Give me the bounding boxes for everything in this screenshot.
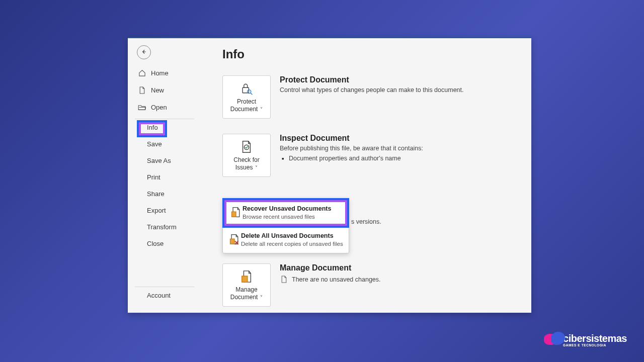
section-title: Manage Document [280, 263, 381, 273]
menu-subtitle: Browse recent unsaved files [243, 213, 331, 221]
sidebar-item-close[interactable]: Close [128, 235, 210, 252]
sidebar-item-label: Save As [147, 157, 171, 164]
menu-item-recover-unsaved[interactable]: Recover Unsaved Documents Browse recent … [222, 198, 349, 228]
home-icon [138, 69, 146, 77]
sidebar-item-label: Info [147, 124, 158, 131]
section-title: Protect Document [280, 75, 464, 84]
logo-blob-icon [543, 332, 565, 349]
section-title: Inspect Document [280, 134, 423, 143]
backstage-sidebar: Home New Open Info Save Save As Print [128, 38, 210, 313]
inspect-bullet: Document properties and author's name [280, 155, 423, 162]
svg-point-2 [248, 90, 251, 94]
sidebar-item-share[interactable]: Share [128, 186, 210, 202]
sidebar-item-new[interactable]: New [128, 81, 210, 99]
card-label: Manage Document [230, 286, 258, 301]
watermark-logo: cibersistemas GAMES E TECNOLOGIA [543, 332, 627, 349]
chevron-down-icon: ˅ [259, 107, 263, 112]
document-delete-icon [228, 232, 241, 248]
sidebar-item-transform[interactable]: Transform [128, 219, 210, 235]
section-text: Manage Document There are no unsaved cha… [280, 263, 381, 307]
section-desc: Before publishing this file, be aware th… [280, 145, 423, 152]
svg-line-3 [251, 93, 253, 95]
back-button[interactable] [137, 45, 151, 59]
sidebar-item-label: New [151, 86, 164, 94]
menu-item-delete-unsaved[interactable]: Delete All Unsaved Documents Delete all … [223, 227, 349, 253]
svg-rect-6 [230, 239, 234, 244]
document-folder-icon [240, 269, 253, 284]
sidebar-item-label: Account [147, 292, 171, 299]
menu-title: Delete All Unsaved Documents [241, 232, 343, 239]
svg-rect-5 [232, 212, 236, 217]
sidebar-item-label: Transform [147, 223, 177, 231]
sidebar-item-label: Export [147, 207, 166, 214]
section-protect: Protect Document ˅ Protect Document Cont… [222, 75, 517, 119]
main-panel: Info Protect Document ˅ Protect Document… [210, 38, 531, 313]
sidebar-item-open[interactable]: Open [128, 99, 210, 116]
protect-document-button[interactable]: Protect Document ˅ [222, 75, 271, 119]
menu-subtitle: Delete all recent copies of unsaved file… [241, 240, 343, 248]
sidebar-item-label: Home [151, 69, 169, 77]
manage-document-button[interactable]: Manage Document ˅ [222, 263, 271, 307]
sidebar-item-saveas[interactable]: Save As [128, 152, 210, 169]
section-desc: Control what types of changes people can… [280, 86, 464, 94]
section-text: Protect Document Control what types of c… [280, 75, 464, 119]
svg-rect-9 [242, 276, 248, 282]
section-inspect: Check for Issues ˅ Inspect Document Befo… [222, 134, 517, 177]
sidebar-item-account[interactable]: Account [128, 287, 210, 304]
section-text: Inspect Document Before publishing this … [280, 134, 423, 177]
menu-title: Recover Unsaved Documents [243, 205, 331, 212]
sidebar-item-save[interactable]: Save [128, 136, 210, 152]
check-issues-button[interactable]: Check for Issues ˅ [222, 134, 271, 177]
manage-document-menu: Recover Unsaved Documents Browse recent … [222, 198, 349, 253]
lock-search-icon [239, 81, 254, 96]
sidebar-item-print[interactable]: Print [128, 169, 210, 186]
document-check-icon [240, 139, 253, 154]
sidebar-item-export[interactable]: Export [128, 202, 210, 219]
sidebar-item-label: Open [151, 104, 167, 111]
arrow-left-icon [140, 48, 147, 57]
document-icon [138, 86, 146, 94]
sidebar-item-label: Close [147, 240, 164, 247]
sidebar-item-home[interactable]: Home [128, 64, 210, 81]
folder-open-icon [138, 103, 146, 111]
partial-text: s versions. [351, 218, 381, 225]
brand-name: cibersistemas [563, 334, 627, 343]
chevron-down-icon: ˅ [259, 295, 263, 300]
page-title: Info [222, 47, 517, 61]
brand-tagline: GAMES E TECNOLOGIA [563, 343, 627, 347]
document-recover-icon [229, 205, 243, 221]
app-window: Home New Open Info Save Save As Print [128, 37, 531, 313]
sidebar-item-label: Save [147, 140, 162, 148]
section-manage: Manage Document ˅ Manage Document There … [222, 263, 381, 307]
chevron-down-icon: ˅ [254, 165, 258, 170]
card-label: Protect Document [230, 98, 258, 113]
document-small-icon [280, 276, 288, 283]
manage-status: There are no unsaved changes. [292, 276, 381, 283]
sidebar-item-label: Print [147, 173, 160, 181]
sidebar-item-label: Share [147, 190, 165, 198]
sidebar-item-info[interactable]: Info [128, 119, 210, 136]
